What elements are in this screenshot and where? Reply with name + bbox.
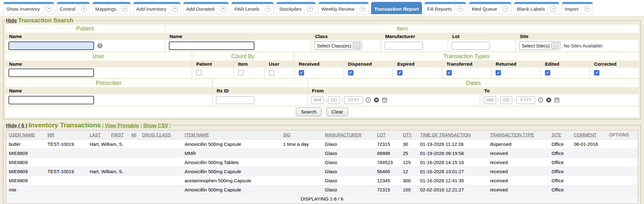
column-header-time-of-transaction[interactable]: TIME OF TRANSACTION <box>418 130 487 140</box>
column-header-item-name[interactable]: ITEM NAME <box>182 130 280 140</box>
to-year-input[interactable] <box>516 96 535 104</box>
transactions-table-body: butlerTEST-10019Hart, William, S.Amoxici… <box>6 140 638 194</box>
open-new-window-icon[interactable]: ↗ <box>122 6 128 12</box>
open-new-window-icon[interactable]: ↗ <box>550 6 556 12</box>
checkbox-corrected[interactable]: ✓ <box>594 70 599 75</box>
from-year-input[interactable] <box>344 96 363 104</box>
cell-mi <box>129 185 140 194</box>
transaction-type-label-cell: Dispensed <box>344 60 393 68</box>
column-header-manufacturer[interactable]: MANUFACTURER <box>322 130 375 140</box>
tab-par-levels[interactable]: PAR Levels↗ <box>231 2 274 14</box>
inventory-transactions-panel: Hide ( 6 ) Inventory Transactions | View… <box>3 121 641 204</box>
checkbox-dispensed[interactable]: ✓ <box>348 70 353 75</box>
tab-control[interactable]: Control↗ <box>57 2 90 14</box>
column-header-mi[interactable]: MI <box>129 130 140 140</box>
open-new-window-icon[interactable]: ↗ <box>220 6 226 12</box>
from-clear-icon[interactable] <box>374 97 379 103</box>
transaction-type-label-corrected: Corrected <box>590 61 616 67</box>
to-month-input[interactable] <box>484 96 496 104</box>
hide-search-link[interactable]: Hide <box>6 18 17 23</box>
transaction-type-label-dispensed: Dispensed <box>344 61 372 67</box>
checkbox-received[interactable]: ✓ <box>299 70 304 75</box>
from-label: From <box>308 88 324 93</box>
show-csv-link[interactable]: Show CSV <box>143 123 168 128</box>
column-header-lot[interactable]: LOT <box>375 130 400 140</box>
open-new-window-icon[interactable]: ↗ <box>265 6 271 12</box>
select-classes-control[interactable]: Select Class(es) ... <box>314 41 362 50</box>
item-name-input[interactable] <box>169 41 254 50</box>
count-by-label-item: Item <box>234 61 248 67</box>
cell-site: Office <box>549 140 571 149</box>
tab-add-donated[interactable]: Add Donated↗ <box>183 2 229 14</box>
checkbox-transferred[interactable]: ✓ <box>447 70 452 75</box>
column-header-user-name[interactable]: USER NAME <box>6 130 45 140</box>
tab-divider <box>78 4 78 14</box>
checkbox-edited[interactable]: ✓ <box>545 70 550 75</box>
manufacturer-input[interactable] <box>385 42 423 50</box>
tab-weekly-review[interactable]: Weekly Review↗ <box>318 2 369 14</box>
to-day-input[interactable] <box>500 96 512 104</box>
search-button[interactable]: Search <box>296 108 321 116</box>
to-clear-icon[interactable] <box>546 97 552 103</box>
open-new-window-icon[interactable]: ↗ <box>457 6 463 12</box>
class-label: Class <box>311 34 328 39</box>
select-classes-ellipsis-button[interactable]: ... <box>353 42 360 49</box>
hide-results-link[interactable]: Hide ( 6 ) <box>6 123 27 128</box>
column-header-site[interactable]: SITE <box>549 130 571 140</box>
tab-med-queue[interactable]: Med Queue↗ <box>469 2 512 14</box>
tab-import[interactable]: Import↗ <box>562 2 593 14</box>
checkbox-user[interactable] <box>269 70 274 75</box>
checkbox-expired[interactable]: ✓ <box>397 70 402 75</box>
transaction-search-panel: Hide Transaction Search Patient Item Nam… <box>3 17 641 119</box>
lot-input[interactable] <box>452 42 490 50</box>
tab-add-inventory[interactable]: Add Inventory↗ <box>133 2 181 14</box>
column-header-mr[interactable]: MR <box>45 130 87 140</box>
tab-blank-labels[interactable]: Blank Labels↗ <box>514 2 559 14</box>
cell-comment: 08-01-2016 <box>571 140 607 149</box>
transaction-type-label-transferred: Transferred <box>443 61 473 67</box>
rx-id-input[interactable] <box>216 96 254 104</box>
from-month-input[interactable] <box>311 96 324 104</box>
tab-fill-reports[interactable]: Fill Reports↗ <box>424 2 466 14</box>
open-new-window-icon[interactable]: ↗ <box>360 6 366 12</box>
open-new-window-icon[interactable]: ↗ <box>584 6 590 12</box>
to-calendar-icon[interactable] <box>554 97 560 103</box>
user-name-input[interactable] <box>8 69 94 77</box>
tab-top-strip <box>371 2 421 4</box>
column-header-first[interactable]: FIRST <box>108 130 129 140</box>
checkbox-patient[interactable] <box>196 70 202 75</box>
prescriber-name-input[interactable] <box>8 96 94 104</box>
help-icon[interactable]: ? <box>97 43 103 48</box>
open-new-window-icon[interactable]: ↗ <box>45 6 51 12</box>
from-clock-icon[interactable] <box>365 97 371 103</box>
view-printable-link[interactable]: View Printable <box>105 123 139 128</box>
column-header-transaction-type[interactable]: TRANSACTION TYPE <box>487 130 549 140</box>
open-new-window-icon[interactable]: ↗ <box>81 6 87 12</box>
site-label: Site <box>516 34 529 39</box>
column-header-last[interactable]: LAST <box>87 130 108 140</box>
from-day-input[interactable] <box>328 96 340 104</box>
checkbox-item[interactable] <box>238 70 243 75</box>
column-header-drug-class[interactable]: DRUG CLASS <box>140 130 182 140</box>
tab-show-inventory[interactable]: Show Inventory↗ <box>3 2 54 14</box>
cell-user-name: butler <box>6 140 45 149</box>
tab-mappings[interactable]: Mappings↗ <box>92 2 131 14</box>
checkbox-returned[interactable]: ✓ <box>496 70 501 75</box>
count-by-label-cell: Item <box>234 60 264 68</box>
clear-button[interactable]: Clear <box>326 108 348 116</box>
tab-stockpiles[interactable]: Stockpiles↗ <box>276 2 316 14</box>
patient-name-input[interactable] <box>8 41 94 50</box>
select-sites-control[interactable]: Select Site(s) ... <box>519 41 560 50</box>
tab-transaction-report[interactable]: Transaction Report <box>371 2 422 14</box>
tab-label: Show Inventory <box>6 6 40 12</box>
open-new-window-icon[interactable]: ↗ <box>172 6 178 12</box>
column-header-qty[interactable]: QTY <box>400 130 418 140</box>
open-new-window-icon[interactable]: ↗ <box>307 6 313 12</box>
column-header-sig[interactable]: SIG <box>280 130 322 140</box>
from-calendar-icon[interactable] <box>382 97 387 103</box>
select-sites-ellipsis-button[interactable]: ... <box>551 42 559 49</box>
to-clock-icon[interactable] <box>538 97 543 103</box>
column-header-comment[interactable]: COMMENT <box>571 130 607 140</box>
count-by-checkbox-cell <box>234 68 264 78</box>
open-new-window-icon[interactable]: ↗ <box>502 6 508 12</box>
